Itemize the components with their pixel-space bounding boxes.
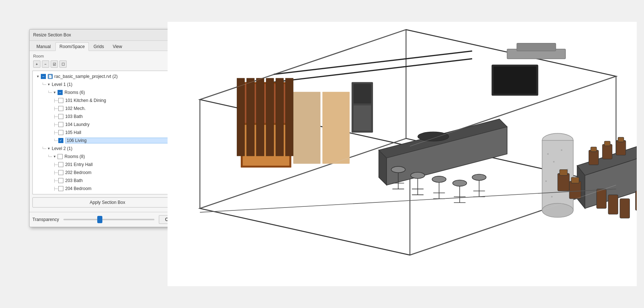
- svg-rect-66: [569, 181, 581, 199]
- uncheck-all-button[interactable]: ☐: [59, 60, 67, 68]
- svg-rect-79: [608, 195, 618, 214]
- collapse-all-button[interactable]: −: [42, 60, 49, 68]
- tree-item-r106[interactable]: └─ 106 Living: [33, 137, 182, 145]
- r203-label: 203 Bath: [65, 178, 181, 183]
- tab-manual[interactable]: Manual: [32, 42, 55, 51]
- project-label: rac_basic_sample_project.rvt (2): [54, 74, 181, 79]
- transparency-slider-container[interactable]: [63, 219, 154, 220]
- svg-rect-67: [571, 177, 579, 183]
- r104-label: 104 Laundry: [65, 122, 181, 127]
- connector-r104: ├─: [53, 123, 58, 126]
- connector-r105: ├─: [53, 131, 58, 134]
- tab-view[interactable]: View: [109, 42, 126, 51]
- svg-point-39: [432, 176, 446, 182]
- check-r204[interactable]: [58, 186, 63, 191]
- expand-all-button[interactable]: +: [33, 60, 40, 68]
- svg-point-31: [391, 166, 405, 173]
- tree-item-r104[interactable]: ├─ 104 Laundry: [33, 121, 182, 129]
- connector-rooms2: └─: [47, 155, 52, 158]
- check-r102[interactable]: [58, 106, 63, 111]
- rooms2-label: Rooms (8): [64, 154, 181, 159]
- svg-point-58: [545, 181, 547, 182]
- tree-item-r105[interactable]: ├─ 105 Hall: [33, 129, 182, 137]
- level1-label: Level 1 (1): [52, 82, 181, 87]
- tree-item-level1[interactable]: └─ ▼ Level 1 (1): [33, 80, 182, 88]
- svg-rect-13: [293, 92, 321, 164]
- svg-point-47: [472, 174, 486, 181]
- svg-point-56: [561, 149, 562, 151]
- tree-item-r101[interactable]: ├─ 101 Kitchen & Dining: [33, 96, 182, 104]
- footer-bar: Transparency Close: [30, 212, 185, 227]
- tree-item-level2[interactable]: └─ ▼ Level 2 (1): [33, 145, 182, 153]
- r201-label: 201 Entry Hall: [65, 162, 181, 167]
- svg-rect-77: [618, 137, 624, 142]
- toggle-level2[interactable]: ▼: [47, 146, 51, 151]
- tree-item-r204[interactable]: ├─ 204 Bedroom: [33, 185, 182, 193]
- connector-r106: └─: [53, 139, 58, 142]
- rooms1-label: Rooms (6): [64, 90, 181, 95]
- svg-point-54: [547, 153, 549, 155]
- tree-item-project[interactable]: ▼ rac_basic_sample_project.rvt (2): [33, 72, 182, 80]
- toggle-project[interactable]: ▼: [36, 74, 40, 79]
- r102-label: 102 Mech.: [65, 106, 181, 111]
- dialog-content: Room + − ☑ ☐ ▼ rac_basic_sample_project.…: [30, 51, 185, 210]
- toggle-rooms2[interactable]: ▼: [52, 154, 57, 159]
- svg-point-60: [551, 196, 553, 197]
- check-rooms2[interactable]: [58, 154, 63, 159]
- connector-rooms1: └─: [47, 91, 52, 94]
- svg-point-35: [411, 172, 424, 178]
- check-r104[interactable]: [58, 122, 63, 127]
- svg-point-53: [542, 204, 573, 217]
- tree-item-rooms2[interactable]: └─ ▼ Rooms (8): [33, 153, 182, 161]
- svg-rect-81: [636, 191, 637, 210]
- tab-room-space[interactable]: Room/Space: [55, 42, 89, 51]
- 3d-viewport-svg: [168, 22, 637, 286]
- svg-rect-20: [286, 78, 293, 156]
- svg-rect-75: [604, 141, 610, 146]
- check-r202[interactable]: [58, 170, 63, 175]
- tab-grids[interactable]: Grids: [90, 42, 108, 51]
- r204-label: 204 Bedroom: [65, 186, 181, 191]
- check-r103[interactable]: [58, 114, 63, 119]
- tree-item-r203[interactable]: ├─ 203 Bath: [33, 177, 182, 185]
- tree-container[interactable]: ▼ rac_basic_sample_project.rvt (2) └─ ▼ …: [32, 71, 182, 194]
- tree-item-rooms1[interactable]: └─ ▼ Rooms (6): [33, 88, 182, 96]
- check-r106[interactable]: [58, 138, 63, 143]
- toggle-rooms1[interactable]: ▼: [52, 90, 57, 95]
- svg-point-43: [453, 180, 467, 186]
- check-project[interactable]: [41, 74, 46, 79]
- connector-r204: ├─: [53, 187, 58, 190]
- check-r205[interactable]: [58, 194, 63, 194]
- slider-track[interactable]: [63, 219, 154, 220]
- connector-r202: ├─: [53, 171, 58, 174]
- tree-item-r103[interactable]: ├─ 103 Bath: [33, 112, 182, 121]
- check-r203[interactable]: [58, 178, 63, 183]
- apply-section-box-button[interactable]: Apply Section Box: [32, 197, 182, 208]
- tree-item-r202[interactable]: ├─ 202 Bedroom: [33, 169, 182, 177]
- slider-thumb[interactable]: [97, 216, 102, 223]
- svg-rect-80: [620, 199, 630, 218]
- svg-rect-23: [354, 106, 371, 131]
- check-all-button[interactable]: ☑: [51, 60, 58, 68]
- toggle-level1[interactable]: ▼: [47, 82, 51, 87]
- check-r201[interactable]: [58, 162, 63, 167]
- check-r105[interactable]: [58, 130, 63, 135]
- project-file-icon: [48, 74, 53, 79]
- r205-label: 205 Bath: [65, 194, 181, 194]
- svg-rect-19: [276, 78, 283, 156]
- check-rooms1[interactable]: [58, 90, 63, 95]
- tree-item-r205[interactable]: └─ 205 Bath: [33, 193, 182, 194]
- r202-label: 202 Bedroom: [65, 170, 181, 175]
- svg-rect-16: [247, 78, 254, 156]
- svg-rect-78: [597, 189, 606, 208]
- svg-rect-84: [517, 43, 556, 51]
- connector-r201: ├─: [53, 163, 58, 166]
- tree-item-r102[interactable]: ├─ 102 Mech.: [33, 104, 182, 112]
- svg-rect-14: [322, 92, 350, 164]
- svg-rect-76: [616, 141, 626, 155]
- tree-item-r201[interactable]: ├─ 201 Entry Hall: [33, 161, 182, 169]
- connector-r101: ├─: [53, 99, 58, 102]
- resize-section-box-dialog: Resize Section Box × Manual Room/Space G…: [29, 29, 186, 227]
- svg-rect-72: [589, 150, 598, 165]
- check-r101[interactable]: [58, 98, 63, 103]
